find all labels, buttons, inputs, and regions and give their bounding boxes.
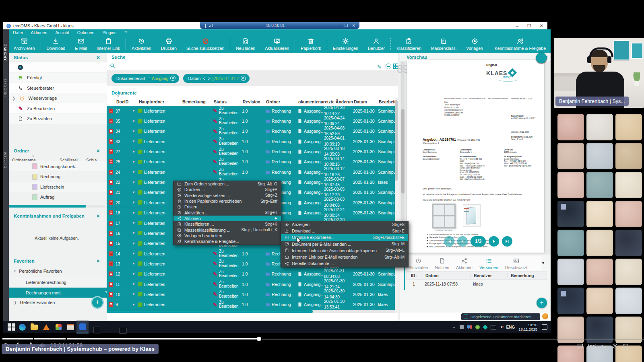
shared-favorites[interactable]: ❯Geteilte Favoriten	[14, 300, 55, 305]
submenu-item[interactable]: Internen Link in die Zwischenablage kopi…	[281, 247, 408, 254]
context-menu-item[interactable]: Wiedervorlage setzen ...Strg+Z	[173, 193, 281, 198]
context-menu-item[interactable]: Zum Ordner springen ...Strg+Alt+O	[173, 181, 281, 187]
tray-language[interactable]: ENG	[506, 325, 515, 329]
tabs-overflow-icon[interactable]: ▼	[541, 261, 545, 265]
caret-down-icon[interactable]: ▼	[129, 252, 138, 255]
caret-down-icon[interactable]: ▼	[129, 221, 138, 225]
header-cell[interactable]: Revision	[243, 99, 266, 104]
status-item-zubearbeiten[interactable]: ✎Zu Bearbeiten	[9, 103, 114, 113]
taskbar-app-ecodms[interactable]	[76, 321, 89, 333]
table-row[interactable]: 9▼Lieferanten✎Zu Bearbeiten1.0RechnungAu…	[107, 300, 396, 310]
caret-down-icon[interactable]: ▼	[129, 262, 138, 265]
toolbar-button-target[interactable]: Vorlagen	[461, 35, 487, 53]
submenu-item[interactable]: Download ...Strg+E	[281, 228, 408, 234]
page-prev-button[interactable]	[457, 236, 468, 247]
menu-?[interactable]: ?	[120, 30, 131, 35]
caret-down-icon[interactable]: ▼	[129, 181, 138, 184]
close-icon[interactable]: ×	[97, 259, 100, 263]
progress-remaining[interactable]	[262, 339, 644, 339]
page-first-button[interactable]	[444, 236, 454, 247]
toolbar-button-clipmulti[interactable]: Massenklass.	[426, 35, 462, 53]
toolbar-button-gear[interactable]: Einstellungen	[328, 35, 363, 53]
caret-down-icon[interactable]: ▼	[129, 303, 138, 306]
tab-versionen[interactable]: Versionen	[479, 258, 498, 270]
versions-col-2[interactable]: Benutzer	[470, 273, 507, 278]
rdp-minimize-button[interactable]: –	[338, 23, 341, 28]
notification-icon[interactable]	[542, 324, 547, 330]
progress-segment[interactable]	[34, 338, 66, 339]
taskbar-app-apps[interactable]	[52, 321, 64, 333]
edit-search-icon[interactable]: ✎	[377, 64, 382, 70]
table-row[interactable]: 11▼Lieferanten✎Zu Bearbeiten1.0RechnungA…	[107, 279, 396, 290]
taskbar-app-edge[interactable]	[16, 321, 28, 333]
header-cell[interactable]: Status	[214, 99, 243, 104]
menu-ansicht[interactable]: Ansicht	[51, 30, 73, 35]
tray-people-icon[interactable]	[467, 325, 472, 329]
table-row[interactable]: 12▼Lieferanten✎Zu Bearbeiten1.0RechnungA…	[107, 269, 396, 280]
cc-button[interactable]: CC	[588, 344, 596, 349]
table-row[interactable]: 34▼Lieferanten✎Zu Bearbeiten1.0RechnungA…	[107, 126, 396, 137]
dock-tab-2[interactable]: Clipboard	[3, 142, 9, 178]
tray-clock[interactable]: 10:1618.11.2025	[518, 323, 537, 331]
context-menu-item[interactable]: Aktionen▶	[173, 216, 281, 221]
submenu-item[interactable]: Internen Link per E-Mail versendenStrg+A…	[281, 254, 408, 260]
tray-diamond-icon[interactable]	[483, 325, 488, 330]
favorite-item[interactable]: Rechnungen mntl.✎	[9, 288, 122, 298]
caret-down-icon[interactable]: ▼	[129, 130, 138, 133]
toolbar-button-usersplus[interactable]: Kenntnisnahme & Freigabe	[490, 35, 551, 53]
chip-remove-icon[interactable]	[170, 76, 175, 81]
rdp-connection-bar[interactable]: 10.0.10.81 – ❐ ✕	[200, 22, 359, 29]
context-menu-item[interactable]: Klassifizieren ...Strg+K	[173, 221, 281, 227]
toolbar-button-ban[interactable]: Suche zurücksetzen	[182, 35, 229, 53]
unread-checkbox[interactable]	[464, 315, 468, 319]
context-menu-item[interactable]: Massenklassifizierung ...Strg+, Umschalt…	[173, 227, 281, 232]
toolbar-button-download[interactable]: Download	[41, 35, 70, 53]
context-menu-item[interactable]: Fristen...	[173, 204, 281, 210]
versions-col-3[interactable]: Bemerkung	[507, 273, 547, 278]
start-button[interactable]	[6, 322, 16, 332]
table-row[interactable]: 27▼Lieferanten✎Zu Bearbeiten1.0RechnungA…	[107, 146, 396, 157]
tray-display-icon[interactable]	[491, 325, 496, 329]
filter-chip[interactable]: Datum<-->[2025-01-01 2	[183, 74, 250, 83]
toolbar-button-archive[interactable]: Archivieren	[9, 35, 40, 53]
table-row[interactable]: 35▼Lieferanten✎Zu Bearbeiten1.0RechnungA…	[107, 116, 396, 126]
caret-down-icon[interactable]: ▼	[129, 160, 138, 164]
header-cell[interactable]: okumentenar	[298, 99, 325, 104]
tray-audio-muted-icon[interactable]: 🕨×	[500, 325, 502, 329]
dock-tab-0[interactable]: ARCHIVE	[3, 34, 9, 70]
caret-down-icon[interactable]: ▼	[129, 119, 138, 123]
pin-icon[interactable]	[204, 24, 207, 28]
taskbar-app-media[interactable]	[40, 321, 52, 333]
table-row[interactable]: 10▼Lieferanten✎Zu Bearbeiten1.0RechnungA…	[107, 289, 396, 300]
speed-button[interactable]: 1x	[601, 344, 607, 349]
toolbar-button-clipboard[interactable]: Interner Link	[92, 35, 125, 53]
versions-col-1[interactable]: Datum	[422, 273, 470, 278]
caret-down-icon[interactable]: ▼	[129, 211, 138, 215]
preview-vscrollbar-thumb[interactable]	[401, 109, 405, 193]
window-maximize-button[interactable]: ❐	[523, 23, 535, 29]
caret-down-icon[interactable]: ▼	[129, 150, 138, 154]
header-cell[interactable]: Ordner	[266, 99, 298, 104]
taskbar-app-mail[interactable]	[64, 321, 76, 333]
caret-down-icon[interactable]: ▼	[129, 191, 138, 194]
status-item-alle[interactable]: +Alle	[9, 62, 114, 72]
fullscreen-icon[interactable]	[623, 343, 629, 349]
caret-down-icon[interactable]: ▼	[129, 201, 138, 204]
close-icon[interactable]: ×	[97, 149, 100, 153]
page-last-button[interactable]	[502, 236, 512, 247]
toolbar-button-user[interactable]: Benutzer	[363, 35, 390, 53]
table-row[interactable]: 25▼Lieferanten✎Zu Bearbeiten1.0RechnungA…	[107, 157, 396, 167]
folder-hscrollbar-thumb[interactable]	[9, 205, 86, 208]
header-cell[interactable]: Hauptordner	[139, 99, 182, 104]
toolbar-button-trash[interactable]: Papierkorb	[296, 35, 326, 53]
favorite-item[interactable]: Lieferantenrechnung	[9, 277, 122, 287]
tab-aktionen[interactable]: Aktionen	[456, 258, 473, 270]
status-item-wiedervorlage[interactable]: ❯Wiedervorlage	[9, 93, 114, 103]
menu-plugins[interactable]: Plugins	[98, 30, 120, 35]
progress-segment[interactable]	[2, 338, 33, 339]
toolbar-button-clipcheck[interactable]: Klassifizieren	[392, 35, 426, 53]
rdp-close-button[interactable]: ✕	[352, 23, 355, 28]
emoji-badge[interactable]	[542, 313, 548, 319]
caret-down-icon[interactable]: ▼	[129, 231, 138, 235]
tab-notizen[interactable]: Notizen	[435, 258, 449, 270]
